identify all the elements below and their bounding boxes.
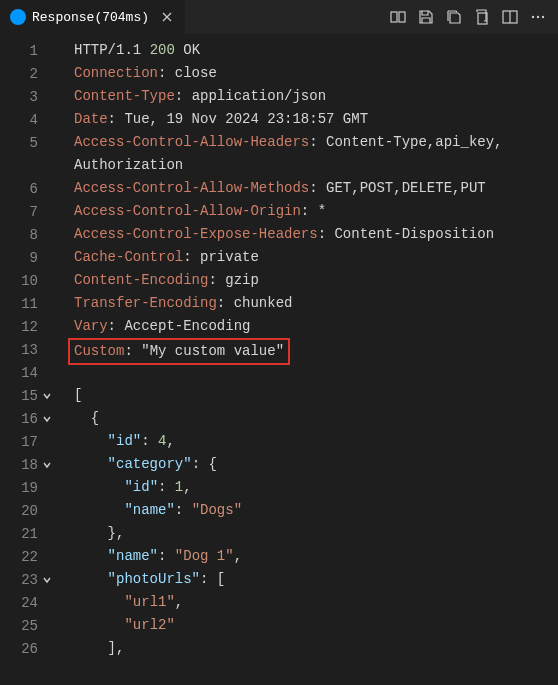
token: : * bbox=[301, 203, 326, 219]
code-line[interactable]: "url1", bbox=[74, 591, 558, 614]
close-icon[interactable] bbox=[159, 9, 175, 25]
highlight-annotation: Custom: "My custom value" bbox=[68, 338, 290, 365]
gutter-line: 11 bbox=[0, 292, 58, 315]
code-line[interactable]: Cache-Control: private bbox=[74, 246, 558, 269]
gutter-line: 6 bbox=[0, 177, 58, 200]
token: "name" bbox=[108, 548, 158, 564]
line-number: 10 bbox=[0, 273, 42, 289]
fold-chevron-icon[interactable] bbox=[42, 391, 58, 401]
code-line[interactable]: Date: Tue, 19 Nov 2024 23:18:57 GMT bbox=[74, 108, 558, 131]
line-number: 5 bbox=[0, 135, 42, 151]
token: , bbox=[234, 548, 242, 564]
tab-label: Response(704ms) bbox=[32, 10, 149, 25]
line-number: 3 bbox=[0, 89, 42, 105]
line-number: 6 bbox=[0, 181, 42, 197]
token: HTTP/1.1 bbox=[74, 42, 150, 58]
token: : bbox=[175, 502, 192, 518]
token: , bbox=[183, 479, 191, 495]
gutter-line: 14 bbox=[0, 361, 58, 384]
tab-actions bbox=[390, 9, 558, 25]
token: Cache-Control bbox=[74, 249, 183, 265]
code-line[interactable]: Connection: close bbox=[74, 62, 558, 85]
code-line[interactable]: Access-Control-Expose-Headers: Content-D… bbox=[74, 223, 558, 246]
token: , bbox=[175, 594, 183, 610]
token: : "My custom value" bbox=[124, 343, 284, 359]
token: Access-Control-Expose-Headers bbox=[74, 226, 318, 242]
code-line[interactable]: "url2" bbox=[74, 614, 558, 637]
token bbox=[74, 594, 124, 610]
code-line[interactable]: Content-Type: application/json bbox=[74, 85, 558, 108]
code-line[interactable]: }, bbox=[74, 522, 558, 545]
code-line[interactable]: Access-Control-Allow-Headers: Content-Ty… bbox=[74, 131, 558, 154]
gutter-line: 7 bbox=[0, 200, 58, 223]
gutter-line: 1 bbox=[0, 39, 58, 62]
token: : close bbox=[158, 65, 217, 81]
token: 1 bbox=[175, 479, 183, 495]
code-line[interactable]: Transfer-Encoding: chunked bbox=[74, 292, 558, 315]
fold-chevron-icon[interactable] bbox=[42, 414, 58, 424]
line-number: 13 bbox=[0, 342, 42, 358]
editor[interactable]: 1234567891011121314151617181920212223242… bbox=[0, 35, 558, 685]
fold-chevron-icon[interactable] bbox=[42, 575, 58, 585]
save-icon[interactable] bbox=[418, 9, 434, 25]
token: Access-Control-Allow-Origin bbox=[74, 203, 301, 219]
code-line[interactable]: "name": "Dogs" bbox=[74, 499, 558, 522]
copy-icon[interactable] bbox=[474, 9, 490, 25]
svg-point-7 bbox=[537, 16, 539, 18]
line-number: 9 bbox=[0, 250, 42, 266]
code-line[interactable]: "id": 4, bbox=[74, 430, 558, 453]
token: Connection bbox=[74, 65, 158, 81]
code-line[interactable]: [ bbox=[74, 384, 558, 407]
gutter-line: 22 bbox=[0, 545, 58, 568]
token: "id" bbox=[124, 479, 158, 495]
code-line[interactable]: HTTP/1.1 200 OK bbox=[74, 39, 558, 62]
line-number: 23 bbox=[0, 572, 42, 588]
compare-icon[interactable] bbox=[390, 9, 406, 25]
token: : bbox=[158, 548, 175, 564]
line-number: 20 bbox=[0, 503, 42, 519]
gutter-line: 4 bbox=[0, 108, 58, 131]
token: "url1" bbox=[124, 594, 174, 610]
gutter-line: 18 bbox=[0, 453, 58, 476]
token: OK bbox=[175, 42, 200, 58]
code-line[interactable]: Access-Control-Allow-Origin: * bbox=[74, 200, 558, 223]
gutter-line: 20 bbox=[0, 499, 58, 522]
line-number: 21 bbox=[0, 526, 42, 542]
code-line[interactable]: "category": { bbox=[74, 453, 558, 476]
token bbox=[74, 548, 108, 564]
code-line[interactable]: Access-Control-Allow-Methods: GET,POST,D… bbox=[74, 177, 558, 200]
split-icon[interactable] bbox=[502, 9, 518, 25]
code-line[interactable]: "photoUrls": [ bbox=[74, 568, 558, 591]
code-line[interactable]: Vary: Accept-Encoding bbox=[74, 315, 558, 338]
token: : gzip bbox=[208, 272, 258, 288]
gutter-line: 19 bbox=[0, 476, 58, 499]
token: : application/json bbox=[175, 88, 326, 104]
code-line[interactable]: Content-Encoding: gzip bbox=[74, 269, 558, 292]
gutter-line: 24 bbox=[0, 591, 58, 614]
code-line[interactable]: ], bbox=[74, 637, 558, 660]
gutter-line: 23 bbox=[0, 568, 58, 591]
svg-point-0 bbox=[13, 12, 23, 22]
code-line[interactable]: "id": 1, bbox=[74, 476, 558, 499]
code-line[interactable]: Custom: "My custom value" bbox=[74, 338, 558, 361]
save-all-icon[interactable] bbox=[446, 9, 462, 25]
line-number: 22 bbox=[0, 549, 42, 565]
more-icon[interactable] bbox=[530, 9, 546, 25]
code-line[interactable]: "name": "Dog 1", bbox=[74, 545, 558, 568]
gutter-line: 16 bbox=[0, 407, 58, 430]
line-number: 14 bbox=[0, 365, 42, 381]
line-number: 1 bbox=[0, 43, 42, 59]
token bbox=[74, 617, 124, 633]
line-number: 16 bbox=[0, 411, 42, 427]
token: ], bbox=[74, 640, 124, 656]
gutter-line: 9 bbox=[0, 246, 58, 269]
token: "category" bbox=[108, 456, 192, 472]
code-area[interactable]: HTTP/1.1 200 OKConnection: closeContent-… bbox=[58, 39, 558, 685]
token: : GET,POST,DELETE,PUT bbox=[309, 180, 485, 196]
token bbox=[74, 456, 108, 472]
svg-rect-2 bbox=[399, 12, 405, 22]
code-line[interactable]: { bbox=[74, 407, 558, 430]
fold-chevron-icon[interactable] bbox=[42, 460, 58, 470]
code-line[interactable]: Authorization bbox=[74, 154, 558, 177]
tab-response[interactable]: Response(704ms) bbox=[0, 0, 186, 34]
